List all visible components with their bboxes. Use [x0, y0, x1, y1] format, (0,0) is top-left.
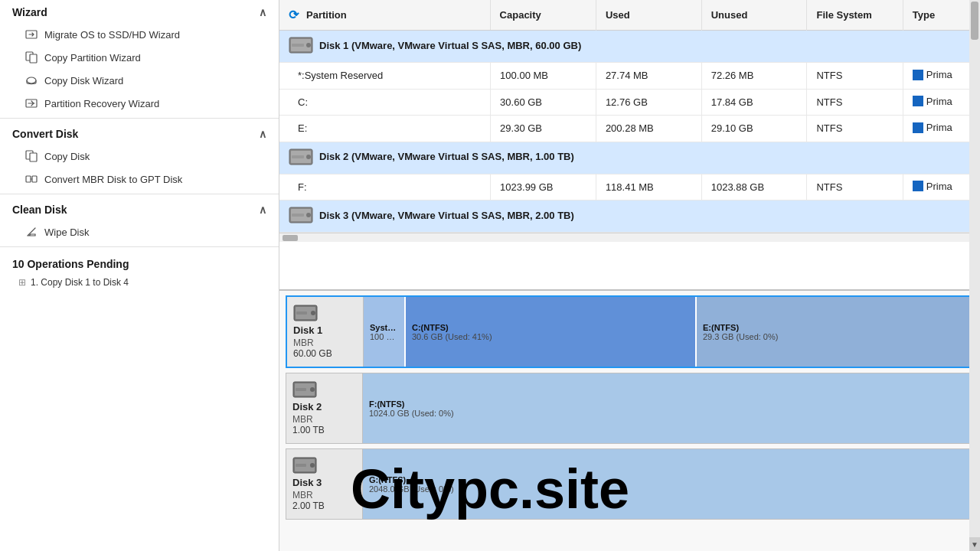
col-used[interactable]: Used	[596, 0, 701, 31]
disk-visual-row-disk2[interactable]: Disk 2 MBR 1.00 TB F:(NTFS) 1024.0 GB (U…	[286, 373, 974, 444]
partition-cell-3: 72.26 MB	[701, 63, 807, 90]
sidebar-item-label-copy-disk: Copy Disk Wizard	[44, 75, 123, 86]
disk-visual-name: Disk 1	[293, 324, 357, 336]
svg-point-27	[310, 387, 315, 392]
partition-block[interactable]: F:(NTFS) 1024.0 GB (Used: 0%)	[363, 373, 973, 443]
partition-block[interactable]: G:(NTFS) 2048.0 GB (Used: 0%)	[363, 449, 973, 519]
copy-disk-2-icon	[24, 149, 38, 163]
col-partition[interactable]: ⟳ Partition	[279, 0, 491, 30]
partition-cell-2: 27.74 MB	[596, 63, 701, 90]
col-partition-label: Partition	[306, 9, 347, 21]
partition-name-cell: E:	[279, 116, 491, 142]
partition-block[interactable]: E:(NTFS) 29.3 GB (Used: 0%)	[697, 297, 972, 367]
partition-cell-3: 1023.88 GB	[701, 174, 807, 201]
disk-info-disk3: Disk 3 MBR 2.00 TB	[286, 449, 363, 519]
type-color-block	[913, 181, 923, 191]
table-row-disk-header[interactable]: Disk 1 (VMware, VMware Virtual S SAS, MB…	[279, 31, 980, 63]
operation-item-label-1: 1. Copy Disk 1 to Disk 4	[31, 277, 129, 288]
sidebar-item-label-partition-recovery: Partition Recovery Wizard	[44, 98, 159, 109]
disk-visual-name: Disk 2	[292, 401, 356, 412]
partition-cell-1: 30.60 GB	[491, 89, 596, 116]
disk-header-cell: Disk 1 (VMware, VMware Virtual S SAS, MB…	[279, 31, 980, 63]
disk-visual-icon	[292, 457, 317, 474]
sidebar-item-migrate-os[interactable]: Migrate OS to SSD/HD Wizard	[0, 23, 279, 46]
svg-rect-16	[292, 155, 304, 158]
disk-visual-type: MBR	[293, 337, 357, 348]
table-body: Disk 1 (VMware, VMware Virtual S SAS, MB…	[279, 31, 980, 233]
table-row[interactable]: *:System Reserved100.00 MB27.74 MB72.26 …	[279, 63, 980, 90]
partition-block-name: E:(NTFS)	[703, 323, 965, 332]
disk-visual-area: Disk 1 MBR 60.00 GB System Reser 100 MB …	[279, 291, 980, 551]
clean-disk-section: Clean Disk ∧ Wipe Disk	[0, 197, 279, 243]
svg-point-19	[306, 213, 311, 217]
wizard-section-header[interactable]: Wizard ∧	[0, 0, 279, 23]
disk-header-icon	[289, 207, 313, 223]
partition-block-detail: 2048.0 GB (Used: 0%)	[369, 484, 965, 494]
table-row[interactable]: C:30.60 GB12.76 GB17.84 GBNTFSPrima	[279, 89, 980, 116]
disk-header-cell: Disk 3 (VMware, VMware Virtual S SAS, MB…	[279, 201, 980, 233]
disk-visual-icon	[293, 305, 318, 321]
col-unused[interactable]: Unused	[701, 0, 807, 31]
disk-visual-type: MBR	[292, 490, 356, 500]
table-hscrollbar[interactable]	[279, 233, 980, 242]
clean-section-header[interactable]: Clean Disk ∧	[0, 197, 279, 220]
sidebar-item-label-copy-disk-2: Copy Disk	[44, 151, 90, 162]
partition-table: ⟳ Partition Capacity Used Unused File Sy…	[279, 0, 980, 233]
type-color-block	[913, 122, 923, 133]
col-filesystem[interactable]: File System	[807, 0, 903, 31]
sidebar-item-convert-mbr-gpt[interactable]: Convert MBR Disk to GPT Disk	[0, 168, 279, 191]
col-type[interactable]: Type	[903, 0, 979, 31]
sidebar-item-partition-recovery[interactable]: Partition Recovery Wizard	[0, 92, 279, 115]
partition-name-cell: *:System Reserved	[279, 63, 491, 90]
migrate-os-icon	[24, 28, 38, 41]
disk-header-cell: Disk 2 (VMware, VMware Virtual S SAS, MB…	[279, 142, 980, 174]
disk-header-icon	[289, 37, 313, 54]
clean-chevron-icon: ∧	[259, 204, 266, 216]
partition-block-detail: 100 MB (Usec	[370, 332, 398, 341]
disk-visual-type: MBR	[292, 414, 356, 425]
sidebar-item-copy-partition[interactable]: Copy Partition Wizard	[0, 46, 279, 69]
col-capacity[interactable]: Capacity	[491, 0, 596, 31]
disk-visual-row-disk1[interactable]: Disk 1 MBR 60.00 GB System Reser 100 MB …	[286, 295, 974, 368]
partition-block-detail: 1024.0 GB (Used: 0%)	[369, 409, 965, 418]
partition-cell-1: 100.00 MB	[491, 63, 596, 90]
partition-name-cell: F:	[279, 174, 491, 201]
disk-partitions-disk3: G:(NTFS) 2048.0 GB (Used: 0%)	[363, 449, 973, 519]
table-row-disk-header[interactable]: Disk 3 (VMware, VMware Virtual S SAS, MB…	[279, 201, 980, 233]
table-row-disk-header[interactable]: Disk 2 (VMware, VMware Virtual S SAS, MB…	[279, 142, 980, 174]
svg-rect-12	[292, 44, 304, 47]
partition-cell-4: NTFS	[807, 116, 903, 142]
divider-1	[0, 118, 279, 119]
partition-name-cell: C:	[279, 89, 491, 116]
sidebar-item-copy-disk-2[interactable]: Copy Disk	[0, 145, 279, 168]
table-header-row: ⟳ Partition Capacity Used Unused File Sy…	[279, 0, 980, 31]
partition-block[interactable]: System Reser 100 MB (Usec	[364, 297, 406, 367]
type-color-block	[913, 96, 923, 106]
svg-rect-32	[296, 464, 306, 467]
partition-block-detail: 30.6 GB (Used: 41%)	[412, 332, 689, 341]
disk-visuals-container: Disk 1 MBR 60.00 GB System Reser 100 MB …	[279, 295, 980, 520]
operation-item-1[interactable]: ⊞ 1. Copy Disk 1 to Disk 4	[12, 275, 266, 290]
disk-visual-size: 1.00 TB	[292, 425, 356, 435]
table-row[interactable]: F:1023.99 GB118.41 MB1023.88 GBNTFSPrima	[279, 174, 980, 201]
refresh-icon[interactable]: ⟳	[289, 8, 299, 22]
table-row[interactable]: E:29.30 GB200.28 MB29.10 GBNTFSPrima	[279, 116, 980, 142]
partition-type-cell: Prima	[903, 89, 979, 116]
sidebar-item-label-copy-partition: Copy Partition Wizard	[44, 52, 141, 64]
partition-cell-1: 1023.99 GB	[491, 174, 596, 201]
sidebar-item-label-migrate: Migrate OS to SSD/HD Wizard	[44, 29, 180, 41]
disk-visual-row-disk3[interactable]: Disk 3 MBR 2.00 TB G:(NTFS) 2048.0 GB (U…	[286, 448, 974, 520]
partition-block[interactable]: C:(NTFS) 30.6 GB (Used: 41%)	[406, 297, 697, 367]
svg-rect-2	[30, 54, 37, 63]
disk-visual-size: 60.00 GB	[293, 348, 357, 359]
disk-visual-name: Disk 3	[292, 477, 356, 488]
sidebar-item-copy-disk[interactable]: Copy Disk Wizard	[0, 69, 279, 92]
partition-block-name: C:(NTFS)	[412, 323, 689, 332]
sidebar-item-wipe-disk[interactable]: Wipe Disk	[0, 220, 279, 243]
disk-header-icon	[289, 148, 313, 165]
partition-table-area: ⟳ Partition Capacity Used Unused File Sy…	[279, 0, 980, 291]
table-hscroll-thumb[interactable]	[283, 235, 298, 241]
svg-point-23	[311, 311, 315, 315]
disk-partitions-disk2: F:(NTFS) 1024.0 GB (Used: 0%)	[363, 373, 973, 443]
convert-section-header[interactable]: Convert Disk ∧	[0, 122, 279, 145]
